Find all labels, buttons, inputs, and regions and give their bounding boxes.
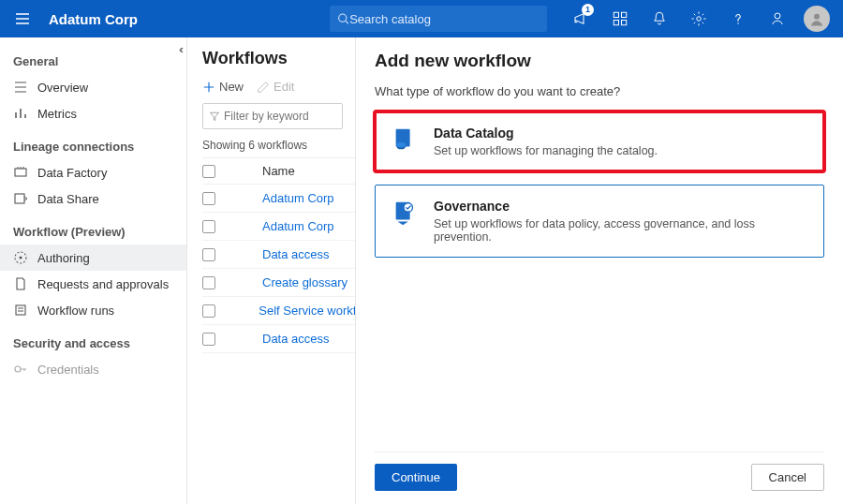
workflow-link[interactable]: Adatum Corp [262,219,334,233]
add-workflow-panel: Add new workflow What type of workflow d… [356,37,843,504]
sidebar-item-workflow-runs[interactable]: Workflow runs [0,297,186,323]
svg-rect-13 [16,305,25,315]
svg-point-7 [775,13,780,19]
table-row[interactable]: Data access [202,325,355,353]
sidebar-section-lineage: Lineage connections [0,126,186,159]
workflow-link[interactable]: Create glossary [262,275,348,289]
sidebar-item-label: Metrics [37,107,77,121]
search-box[interactable] [330,6,547,32]
cancel-button[interactable]: Cancel [751,464,824,491]
table-row[interactable]: Create glossary [202,269,355,297]
bar-chart-icon [13,106,28,121]
table-row[interactable]: Self Service workflow [202,297,355,325]
sidebar-item-requests[interactable]: Requests and approvals [0,271,186,297]
sidebar-section-security: Security and access [0,323,186,356]
sidebar-item-label: Data Factory [37,166,107,180]
workflows-title: Workflows [202,49,355,68]
panel-question: What type of workflow do you want to cre… [375,84,824,98]
workflow-link[interactable]: Data access [262,332,330,346]
search-icon [337,12,349,25]
bell-icon[interactable] [641,0,678,37]
workflow-link[interactable]: Self Service workflow [259,304,355,318]
row-checkbox[interactable] [202,248,215,261]
sidebar-item-data-factory[interactable]: Data Factory [0,159,186,185]
row-checkbox[interactable] [202,276,215,289]
avatar[interactable] [798,0,836,37]
filter-placeholder: Filter by keyword [224,110,309,123]
svg-point-12 [20,257,22,259]
card-governance[interactable]: Governance Set up workflows for data pol… [375,185,824,258]
svg-point-8 [814,14,820,20]
table-row[interactable]: Adatum Corp [202,213,355,241]
row-checkbox[interactable] [202,333,215,346]
gear-icon[interactable] [680,0,717,37]
continue-button[interactable]: Continue [375,464,457,491]
collections-icon[interactable] [601,0,639,37]
new-label: New [219,80,244,94]
filter-icon [209,111,220,122]
top-bar: Adatum Corp 1 [0,0,843,37]
edit-button[interactable]: Edit [257,80,294,94]
runs-icon [13,303,28,318]
factory-icon [13,165,28,180]
row-checkbox[interactable] [202,220,215,233]
row-checkbox[interactable] [202,192,215,205]
new-button[interactable]: New [202,80,244,94]
hamburger-icon[interactable] [0,0,45,37]
svg-rect-4 [622,21,627,25]
svg-rect-9 [15,169,26,176]
announcements-icon[interactable]: 1 [562,0,599,37]
workflow-link[interactable]: Adatum Corp [262,191,334,205]
svg-point-6 [737,22,739,24]
edit-label: Edit [274,80,294,94]
brand-title: Adatum Corp [45,11,138,27]
key-icon [13,362,28,377]
authoring-icon [13,250,28,265]
sidebar-item-data-share[interactable]: Data Share [0,185,186,212]
card-title: Governance [434,199,808,214]
workflow-link[interactable]: Data access [262,247,330,261]
card-title: Data Catalog [434,126,658,141]
sidebar-item-label: Workflow runs [37,304,114,318]
sidebar-item-metrics[interactable]: Metrics [0,100,186,126]
sidebar-item-label: Overview [37,81,88,95]
panel-footer: Continue Cancel [375,452,824,504]
collapse-sidebar-icon[interactable]: ‹‹ [179,43,181,56]
card-desc: Set up workflows for data policy, access… [434,217,808,244]
sidebar-item-label: Data Share [37,192,99,206]
governance-icon [391,199,419,227]
search-input[interactable] [349,12,540,26]
list-icon [13,80,28,95]
sidebar: ‹‹ General Overview Metrics Lineage conn… [0,37,187,504]
table-row[interactable]: Adatum Corp [202,185,355,213]
svg-rect-1 [614,12,618,17]
sidebar-section-general: General [0,41,186,74]
svg-point-14 [15,366,21,372]
notification-badge: 1 [582,4,594,16]
card-data-catalog[interactable]: Data Catalog Set up workflows for managi… [375,111,824,171]
feedback-icon[interactable] [759,0,796,37]
panel-title: Add new workflow [375,51,824,71]
sidebar-item-label: Authoring [37,251,90,265]
help-icon[interactable] [719,0,757,37]
svg-point-5 [697,17,702,22]
plus-icon [202,81,215,94]
sidebar-item-overview[interactable]: Overview [0,74,186,100]
share-icon [13,191,28,206]
svg-rect-10 [15,194,24,203]
card-desc: Set up workflows for managing the catalo… [434,144,658,157]
svg-point-17 [397,142,406,148]
showing-count: Showing 6 workflows [202,139,355,152]
name-header: Name [262,164,295,178]
sidebar-item-credentials[interactable]: Credentials [0,356,186,382]
row-checkbox[interactable] [202,304,215,318]
svg-point-19 [404,203,412,212]
pencil-icon [257,81,270,94]
select-all-checkbox[interactable] [202,165,215,178]
filter-input[interactable]: Filter by keyword [202,103,343,129]
table-row[interactable]: Data access [202,241,355,269]
document-icon [13,276,28,291]
svg-rect-3 [614,21,618,25]
sidebar-item-label: Requests and approvals [37,277,169,291]
sidebar-item-authoring[interactable]: Authoring [0,245,186,271]
